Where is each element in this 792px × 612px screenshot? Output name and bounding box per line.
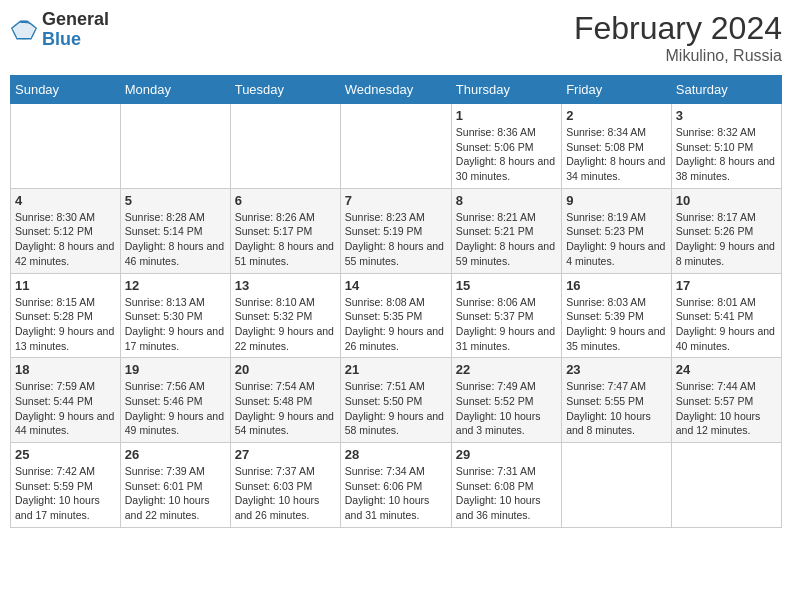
day-number: 21 (345, 362, 447, 377)
calendar-cell: 20Sunrise: 7:54 AM Sunset: 5:48 PM Dayli… (230, 358, 340, 443)
day-number: 12 (125, 278, 226, 293)
day-info: Sunrise: 8:28 AM Sunset: 5:14 PM Dayligh… (125, 210, 226, 269)
day-info: Sunrise: 8:23 AM Sunset: 5:19 PM Dayligh… (345, 210, 447, 269)
day-number: 8 (456, 193, 557, 208)
day-number: 4 (15, 193, 116, 208)
day-info: Sunrise: 8:10 AM Sunset: 5:32 PM Dayligh… (235, 295, 336, 354)
title-block: February 2024 Mikulino, Russia (574, 10, 782, 65)
day-number: 5 (125, 193, 226, 208)
day-info: Sunrise: 7:37 AM Sunset: 6:03 PM Dayligh… (235, 464, 336, 523)
day-info: Sunrise: 8:34 AM Sunset: 5:08 PM Dayligh… (566, 125, 667, 184)
logo: General Blue (10, 10, 109, 50)
calendar-cell: 7Sunrise: 8:23 AM Sunset: 5:19 PM Daylig… (340, 188, 451, 273)
day-number: 10 (676, 193, 777, 208)
calendar-cell: 2Sunrise: 8:34 AM Sunset: 5:08 PM Daylig… (562, 104, 672, 189)
day-info: Sunrise: 8:26 AM Sunset: 5:17 PM Dayligh… (235, 210, 336, 269)
calendar-table: SundayMondayTuesdayWednesdayThursdayFrid… (10, 75, 782, 528)
calendar-cell: 28Sunrise: 7:34 AM Sunset: 6:06 PM Dayli… (340, 443, 451, 528)
day-info: Sunrise: 7:59 AM Sunset: 5:44 PM Dayligh… (15, 379, 116, 438)
day-info: Sunrise: 8:03 AM Sunset: 5:39 PM Dayligh… (566, 295, 667, 354)
calendar-cell: 19Sunrise: 7:56 AM Sunset: 5:46 PM Dayli… (120, 358, 230, 443)
day-number: 1 (456, 108, 557, 123)
day-number: 2 (566, 108, 667, 123)
days-of-week-row: SundayMondayTuesdayWednesdayThursdayFrid… (11, 76, 782, 104)
calendar-cell (120, 104, 230, 189)
day-number: 17 (676, 278, 777, 293)
day-number: 18 (15, 362, 116, 377)
calendar-cell: 16Sunrise: 8:03 AM Sunset: 5:39 PM Dayli… (562, 273, 672, 358)
day-number: 28 (345, 447, 447, 462)
day-info: Sunrise: 7:42 AM Sunset: 5:59 PM Dayligh… (15, 464, 116, 523)
day-info: Sunrise: 8:01 AM Sunset: 5:41 PM Dayligh… (676, 295, 777, 354)
page-header: General Blue February 2024 Mikulino, Rus… (10, 10, 782, 65)
day-info: Sunrise: 8:19 AM Sunset: 5:23 PM Dayligh… (566, 210, 667, 269)
day-number: 9 (566, 193, 667, 208)
calendar-week-row: 4Sunrise: 8:30 AM Sunset: 5:12 PM Daylig… (11, 188, 782, 273)
calendar-week-row: 25Sunrise: 7:42 AM Sunset: 5:59 PM Dayli… (11, 443, 782, 528)
calendar-cell: 15Sunrise: 8:06 AM Sunset: 5:37 PM Dayli… (451, 273, 561, 358)
day-info: Sunrise: 7:44 AM Sunset: 5:57 PM Dayligh… (676, 379, 777, 438)
calendar-cell: 25Sunrise: 7:42 AM Sunset: 5:59 PM Dayli… (11, 443, 121, 528)
day-of-week-header: Wednesday (340, 76, 451, 104)
day-info: Sunrise: 8:08 AM Sunset: 5:35 PM Dayligh… (345, 295, 447, 354)
calendar-cell: 8Sunrise: 8:21 AM Sunset: 5:21 PM Daylig… (451, 188, 561, 273)
calendar-cell: 27Sunrise: 7:37 AM Sunset: 6:03 PM Dayli… (230, 443, 340, 528)
day-number: 15 (456, 278, 557, 293)
calendar-cell: 10Sunrise: 8:17 AM Sunset: 5:26 PM Dayli… (671, 188, 781, 273)
day-number: 29 (456, 447, 557, 462)
day-number: 16 (566, 278, 667, 293)
day-number: 13 (235, 278, 336, 293)
day-of-week-header: Thursday (451, 76, 561, 104)
calendar-cell (671, 443, 781, 528)
calendar-cell (562, 443, 672, 528)
day-number: 25 (15, 447, 116, 462)
day-info: Sunrise: 8:15 AM Sunset: 5:28 PM Dayligh… (15, 295, 116, 354)
day-number: 7 (345, 193, 447, 208)
calendar-week-row: 18Sunrise: 7:59 AM Sunset: 5:44 PM Dayli… (11, 358, 782, 443)
day-info: Sunrise: 8:21 AM Sunset: 5:21 PM Dayligh… (456, 210, 557, 269)
day-number: 24 (676, 362, 777, 377)
calendar-week-row: 1Sunrise: 8:36 AM Sunset: 5:06 PM Daylig… (11, 104, 782, 189)
location-subtitle: Mikulino, Russia (574, 47, 782, 65)
day-number: 6 (235, 193, 336, 208)
day-info: Sunrise: 8:32 AM Sunset: 5:10 PM Dayligh… (676, 125, 777, 184)
calendar-cell (340, 104, 451, 189)
calendar-body: 1Sunrise: 8:36 AM Sunset: 5:06 PM Daylig… (11, 104, 782, 528)
day-of-week-header: Tuesday (230, 76, 340, 104)
day-of-week-header: Sunday (11, 76, 121, 104)
day-info: Sunrise: 7:34 AM Sunset: 6:06 PM Dayligh… (345, 464, 447, 523)
day-info: Sunrise: 7:56 AM Sunset: 5:46 PM Dayligh… (125, 379, 226, 438)
day-of-week-header: Friday (562, 76, 672, 104)
day-number: 3 (676, 108, 777, 123)
day-info: Sunrise: 8:13 AM Sunset: 5:30 PM Dayligh… (125, 295, 226, 354)
calendar-cell: 4Sunrise: 8:30 AM Sunset: 5:12 PM Daylig… (11, 188, 121, 273)
day-number: 14 (345, 278, 447, 293)
calendar-cell: 13Sunrise: 8:10 AM Sunset: 5:32 PM Dayli… (230, 273, 340, 358)
day-number: 19 (125, 362, 226, 377)
logo-blue-text: Blue (42, 29, 81, 49)
day-info: Sunrise: 8:06 AM Sunset: 5:37 PM Dayligh… (456, 295, 557, 354)
calendar-cell: 17Sunrise: 8:01 AM Sunset: 5:41 PM Dayli… (671, 273, 781, 358)
calendar-cell: 9Sunrise: 8:19 AM Sunset: 5:23 PM Daylig… (562, 188, 672, 273)
calendar-cell: 29Sunrise: 7:31 AM Sunset: 6:08 PM Dayli… (451, 443, 561, 528)
month-year-title: February 2024 (574, 10, 782, 47)
day-number: 23 (566, 362, 667, 377)
calendar-cell: 1Sunrise: 8:36 AM Sunset: 5:06 PM Daylig… (451, 104, 561, 189)
calendar-cell: 21Sunrise: 7:51 AM Sunset: 5:50 PM Dayli… (340, 358, 451, 443)
calendar-cell: 11Sunrise: 8:15 AM Sunset: 5:28 PM Dayli… (11, 273, 121, 358)
calendar-cell: 14Sunrise: 8:08 AM Sunset: 5:35 PM Dayli… (340, 273, 451, 358)
calendar-cell: 24Sunrise: 7:44 AM Sunset: 5:57 PM Dayli… (671, 358, 781, 443)
day-number: 27 (235, 447, 336, 462)
calendar-cell: 26Sunrise: 7:39 AM Sunset: 6:01 PM Dayli… (120, 443, 230, 528)
calendar-cell: 12Sunrise: 8:13 AM Sunset: 5:30 PM Dayli… (120, 273, 230, 358)
day-info: Sunrise: 7:54 AM Sunset: 5:48 PM Dayligh… (235, 379, 336, 438)
logo-icon (10, 16, 38, 44)
day-of-week-header: Saturday (671, 76, 781, 104)
day-info: Sunrise: 7:51 AM Sunset: 5:50 PM Dayligh… (345, 379, 447, 438)
calendar-cell: 18Sunrise: 7:59 AM Sunset: 5:44 PM Dayli… (11, 358, 121, 443)
day-of-week-header: Monday (120, 76, 230, 104)
calendar-cell (230, 104, 340, 189)
day-info: Sunrise: 7:39 AM Sunset: 6:01 PM Dayligh… (125, 464, 226, 523)
day-number: 22 (456, 362, 557, 377)
day-info: Sunrise: 7:47 AM Sunset: 5:55 PM Dayligh… (566, 379, 667, 438)
